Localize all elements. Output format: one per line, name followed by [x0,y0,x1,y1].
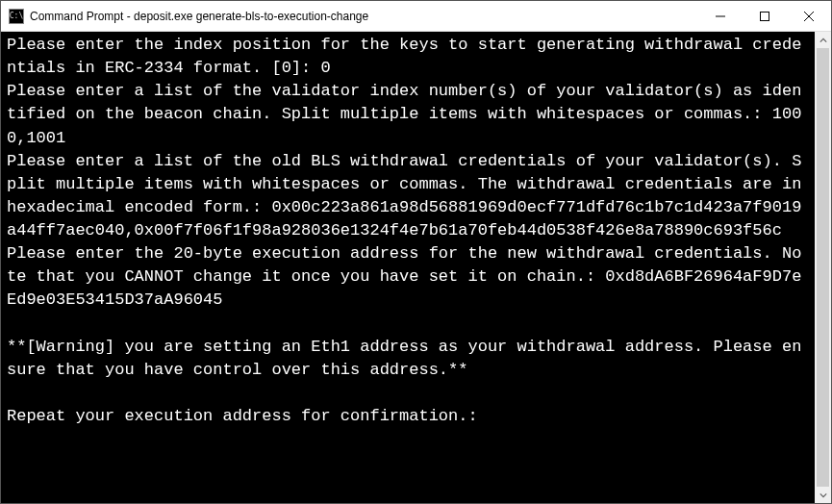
titlebar[interactable]: C:\ Command Prompt - deposit.exe generat… [1,1,831,32]
terminal-output[interactable]: Please enter the index position for the … [1,32,815,503]
chevron-up-icon [819,37,827,44]
window-title: Command Prompt - deposit.exe generate-bl… [30,10,698,23]
close-button[interactable] [787,1,831,31]
scroll-up-button[interactable] [815,32,831,48]
maximize-icon [760,12,769,21]
minimize-button[interactable] [698,1,743,31]
chevron-down-icon [819,491,827,499]
command-prompt-window: C:\ Command Prompt - deposit.exe generat… [0,0,832,504]
terminal-area: Please enter the index position for the … [1,32,831,503]
maximize-button[interactable] [743,1,787,31]
vertical-scrollbar[interactable] [815,32,831,503]
minimize-icon [716,12,725,21]
scroll-down-button[interactable] [815,487,831,503]
window-controls [698,1,831,31]
svg-rect-1 [761,12,769,20]
cmd-icon: C:\ [9,9,24,24]
scroll-track[interactable] [815,48,831,487]
close-icon [804,12,814,21]
scroll-thumb[interactable] [817,48,829,487]
